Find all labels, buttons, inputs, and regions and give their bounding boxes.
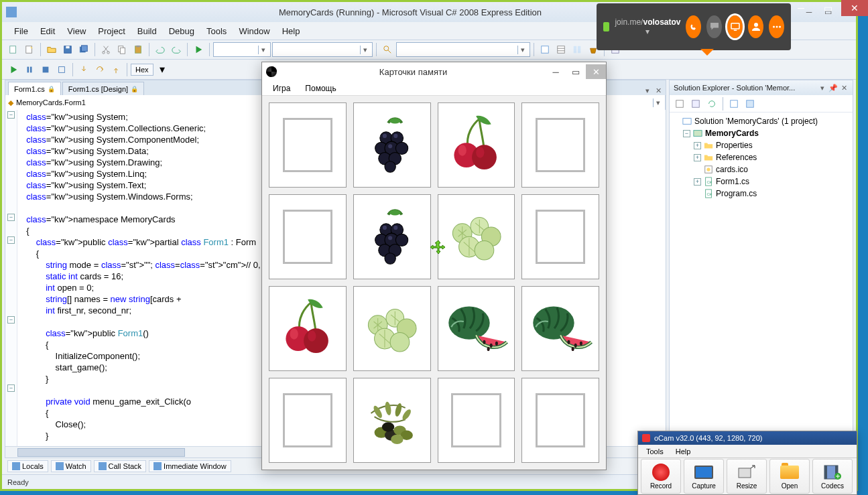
save-all-button[interactable] [76, 42, 91, 57]
start-debug-button[interactable] [191, 42, 206, 57]
memory-card[interactable] [353, 102, 431, 188]
view-designer-button[interactable] [743, 96, 757, 111]
debug-tab-locals[interactable]: Locals [7, 460, 48, 472]
ocam-menu-help[interactable]: Help [670, 446, 696, 457]
refresh-button[interactable] [704, 96, 719, 111]
memory-card[interactable] [269, 378, 347, 463]
properties-button[interactable] [672, 96, 687, 111]
menu-help[interactable]: Help [277, 24, 306, 38]
joinme-share-button[interactable] [727, 15, 743, 38]
menu-build[interactable]: Build [132, 24, 162, 38]
game-titlebar[interactable]: Карточки памяти ─ ▭ ✕ [262, 62, 606, 81]
config-combo[interactable]: ▾ [213, 42, 271, 57]
stop-button[interactable] [38, 62, 53, 77]
find-combo[interactable]: ▾ [396, 42, 530, 57]
memory-card[interactable] [353, 286, 431, 371]
step-out-button[interactable] [109, 62, 123, 77]
ocam-codecs-button[interactable]: Codecs [812, 459, 853, 494]
step-into-button[interactable] [76, 62, 91, 77]
joinme-audio-button[interactable] [686, 15, 701, 38]
find-button[interactable] [380, 42, 395, 57]
game-menu-help[interactable]: Помощь [298, 82, 343, 94]
menu-tools[interactable]: Tools [201, 24, 232, 38]
joinme-more-button[interactable] [769, 15, 784, 38]
ocam-resize-button[interactable]: Resize [727, 459, 767, 494]
tree-item[interactable]: +Properties [672, 139, 850, 151]
joinme-toolbar[interactable]: join.me/volosatov ▾ [597, 3, 791, 50]
hex-dropdown[interactable]: ▾ [155, 62, 170, 77]
menu-window[interactable]: Window [233, 24, 275, 38]
joinme-participants-button[interactable] [748, 15, 763, 38]
menu-view[interactable]: View [62, 24, 91, 38]
show-all-button[interactable] [688, 96, 703, 111]
tree-solution-node[interactable]: Solution 'MemoryCards' (1 project) [672, 115, 850, 127]
ocam-capture-button[interactable]: Capture [684, 459, 724, 494]
add-item-button[interactable] [22, 42, 37, 57]
os-close-button[interactable]: ✕ [841, 0, 868, 16]
code-text[interactable]: class="kw">using System; class="kw">usin… [17, 110, 300, 446]
memory-card[interactable] [521, 194, 599, 279]
os-minimize-button[interactable]: ─ [788, 0, 814, 16]
debug-tab-watch[interactable]: Watch [51, 460, 91, 472]
game-minimize-button[interactable]: ─ [546, 64, 566, 79]
hex-toggle[interactable]: Hex [131, 64, 153, 76]
save-button[interactable] [60, 42, 75, 57]
panel-close-button[interactable]: ✕ [839, 84, 849, 92]
ocam-menu-tools[interactable]: Tools [641, 446, 669, 457]
solution-tree[interactable]: Solution 'MemoryCards' (1 project) −Memo… [670, 113, 853, 457]
memory-card[interactable] [438, 286, 515, 371]
joinme-chat-button[interactable] [706, 15, 722, 38]
view-code-button[interactable] [727, 96, 741, 111]
tree-project-node[interactable]: −MemoryCards [672, 127, 850, 139]
game-close-button[interactable]: ✕ [586, 64, 606, 79]
memory-card[interactable] [521, 286, 599, 371]
memory-card[interactable] [438, 102, 515, 188]
panel-dropdown-button[interactable]: ▾ [818, 84, 827, 92]
panel-pin-button[interactable]: 📌 [828, 84, 838, 92]
menu-project[interactable]: Project [92, 24, 130, 38]
object-browser-button[interactable] [570, 42, 584, 57]
game-menu-game[interactable]: Игра [266, 82, 297, 94]
file-tab-form1-design[interactable]: Form1.cs [Design]🔒 [62, 82, 144, 95]
properties-button[interactable] [554, 42, 568, 57]
ocam-open-button[interactable]: Open [769, 459, 810, 494]
debug-tab-callstack[interactable]: Call Stack [94, 460, 147, 472]
memory-card[interactable] [438, 378, 515, 463]
memory-card[interactable] [269, 194, 347, 279]
tree-item[interactable]: +References [672, 151, 850, 163]
ocam-record-button[interactable]: Record [641, 459, 681, 494]
memory-card[interactable] [353, 378, 431, 463]
undo-button[interactable] [153, 42, 168, 57]
continue-button[interactable] [6, 62, 21, 77]
memory-card[interactable] [353, 194, 431, 279]
joinme-url[interactable]: join.me/volosatov ▾ [615, 17, 680, 36]
tree-item[interactable]: cards.ico [672, 163, 850, 175]
tab-overflow-button[interactable]: ▾ [643, 86, 652, 95]
step-over-button[interactable] [92, 62, 107, 77]
debug-tab-immediate[interactable]: Immediate Window [149, 460, 231, 472]
copy-button[interactable] [115, 42, 129, 57]
menu-file[interactable]: File [9, 24, 34, 38]
menu-debug[interactable]: Debug [164, 24, 200, 38]
paste-button[interactable] [131, 42, 145, 57]
tab-close-button[interactable]: ✕ [654, 86, 663, 95]
memory-card[interactable] [438, 194, 515, 279]
memory-card[interactable] [521, 378, 599, 463]
memory-card[interactable] [269, 286, 347, 371]
new-project-button[interactable] [6, 42, 21, 57]
platform-combo[interactable]: ▾ [272, 42, 373, 57]
menu-edit[interactable]: Edit [35, 24, 60, 38]
cut-button[interactable] [99, 42, 113, 57]
memory-card[interactable] [269, 102, 347, 188]
game-maximize-button[interactable]: ▭ [566, 64, 586, 79]
os-maximize-button[interactable]: ▭ [814, 0, 841, 16]
tree-item[interactable]: C#Program.cs [672, 188, 850, 200]
pause-button[interactable] [22, 62, 37, 77]
outline-gutter[interactable]: − − − − − [5, 110, 17, 446]
file-tab-form1-cs[interactable]: Form1.cs🔒 [8, 82, 61, 95]
memory-card[interactable] [521, 102, 599, 188]
restart-button[interactable] [54, 62, 69, 77]
open-button[interactable] [44, 42, 59, 57]
ocam-titlebar[interactable]: oCam v32.0 (443, 92, 1280, 720) [638, 431, 857, 445]
tree-item[interactable]: +C#Form1.cs [672, 175, 850, 188]
